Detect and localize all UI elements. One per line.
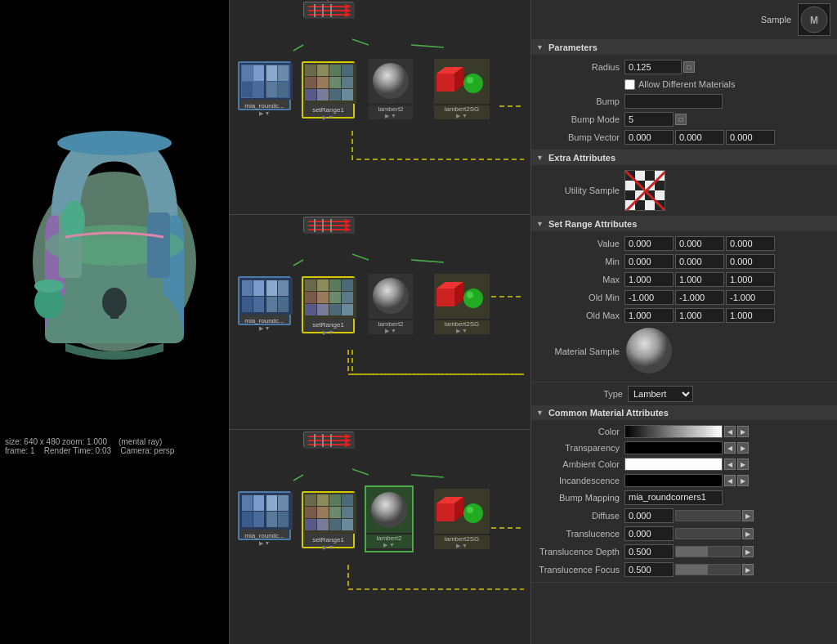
value-x-input[interactable] [624, 236, 674, 251]
svg-rect-132 [305, 519, 316, 530]
common-material-header[interactable]: ▼ Common Material Attributes [531, 405, 837, 420]
value-y-input[interactable] [675, 236, 724, 251]
translucence-depth-input[interactable] [624, 544, 674, 559]
lambert-sg-node-1-icons: ▶ ▼ [434, 113, 490, 119]
set-range-header[interactable]: ▼ Set Range Attributes [531, 217, 837, 231]
extra-attributes-section: ▼ Extra Attributes Utility Sample [531, 150, 837, 217]
parameters-section-header[interactable]: ▼ Parameters [531, 40, 837, 55]
mia-node-2-icons: ▶ ▼ [239, 325, 289, 332]
sphere-node-1[interactable]: lambert2 ▶ ▼ [369, 59, 413, 120]
incandescence-btn2[interactable]: ▶ [737, 475, 749, 486]
lambert-sg-node-2[interactable]: lambert2SG ▶ ▼ [434, 274, 490, 335]
max-x-input[interactable] [624, 272, 674, 287]
radius-btn[interactable]: □ [683, 61, 695, 73]
bump-mapping-value[interactable]: mia_roundcorners1 [624, 490, 723, 505]
translucence-depth-btn[interactable]: ▶ [742, 546, 754, 557]
color-swatch[interactable] [624, 425, 723, 438]
old-min-z-input[interactable] [726, 290, 775, 305]
material-sample-row: Material Sample [531, 324, 837, 378]
transparency-btn2[interactable]: ▶ [737, 442, 749, 454]
diffuse-slider[interactable] [675, 510, 741, 521]
transparency-swatch[interactable] [624, 441, 723, 454]
node-graph-row-1[interactable]: mia_roundc... ▶ ▼ [230, 0, 530, 215]
translucence-btn[interactable]: ▶ [742, 528, 754, 539]
material-sample-label: Material Sample [535, 347, 624, 356]
min-y-input[interactable] [675, 254, 724, 269]
3d-viewport[interactable]: size: 640 x 480 zoom: 1.000 (mental ray)… [0, 0, 229, 458]
max-y-input[interactable] [675, 272, 724, 287]
node-graph-row-2[interactable]: mia_roundc... ▶ ▼ [230, 215, 530, 430]
svg-rect-134 [329, 519, 341, 530]
bump-mode-input[interactable] [624, 112, 674, 127]
ramp-node-1[interactable] [303, 2, 354, 18]
value-inputs [624, 236, 775, 251]
sphere-node-3-highlighted[interactable]: lambert2 ▶ ▼ [365, 485, 414, 552]
old-min-y-input[interactable] [675, 290, 724, 305]
translucence-focus-slider[interactable] [675, 564, 741, 575]
bump-field[interactable] [624, 94, 723, 109]
sphere-node-2[interactable]: lambert2 ▶ ▼ [369, 274, 413, 335]
color-label: Color [535, 427, 624, 436]
old-max-x-input[interactable] [624, 308, 674, 323]
sample-icon[interactable]: M [798, 3, 830, 36]
color-row: Color ◀ ▶ [531, 423, 837, 440]
extra-attributes-header[interactable]: ▼ Extra Attributes [531, 150, 837, 165]
translucence-depth-slider[interactable] [675, 546, 741, 557]
ambient-color-swatch[interactable] [624, 458, 723, 471]
lambert-sg-node-1[interactable]: lambert2SG ▶ ▼ [434, 59, 490, 120]
lambert-sg-icon-3 [434, 489, 490, 534]
svg-rect-68 [314, 219, 316, 232]
color-btn[interactable]: ◀ [724, 426, 736, 437]
parameters-arrow-icon: ▼ [536, 43, 544, 51]
radius-input[interactable] [624, 60, 682, 74]
translucence-slider[interactable] [675, 528, 741, 539]
parameters-section-content: Radius □ Allow Different Materials Bump … [531, 55, 837, 150]
old-max-y-input[interactable] [675, 308, 724, 323]
ambient-btn[interactable]: ◀ [724, 458, 736, 470]
svg-rect-38 [305, 65, 316, 76]
sphere-icon-2 [369, 274, 413, 319]
allow-diff-checkbox[interactable] [624, 79, 635, 90]
translucence-focus-input[interactable] [624, 562, 674, 577]
ambient-btn2[interactable]: ▶ [737, 458, 749, 470]
value-z-input[interactable] [726, 236, 775, 251]
translucence-input[interactable] [624, 526, 674, 541]
translucence-focus-btn[interactable]: ▶ [742, 564, 754, 575]
incandescence-btn[interactable]: ◀ [724, 475, 736, 486]
bump-vector-x-input[interactable] [624, 130, 674, 145]
ramp-node-3[interactable] [303, 432, 354, 448]
setrange-icon-2 [303, 278, 356, 319]
setrange-node-2[interactable]: setRange1 ▶ ▼ [302, 276, 355, 333]
bump-mode-btn[interactable]: □ [675, 114, 687, 125]
bump-mapping-label: Bump Mapping [535, 493, 624, 503]
setrange-icon-1 [303, 63, 356, 104]
min-x-input[interactable] [624, 254, 674, 269]
node-graph-row-3[interactable]: mia_roundc... ▶ ▼ [230, 430, 530, 644]
mia-node-2[interactable]: mia_roundc... ▶ ▼ [238, 276, 291, 325]
min-z-input[interactable] [726, 254, 775, 269]
svg-rect-112 [322, 434, 324, 447]
ramp-node-2[interactable] [303, 217, 354, 233]
bump-vector-y-input[interactable] [675, 130, 724, 145]
radius-label: Radius [535, 62, 624, 72]
mia-node-3[interactable]: mia_roundc... ▶ ▼ [238, 491, 291, 540]
transparency-btn[interactable]: ◀ [724, 442, 736, 454]
diffuse-input[interactable] [624, 508, 674, 523]
mia-node-1[interactable]: mia_roundc... ▶ ▼ [238, 61, 291, 110]
setrange-node-1[interactable]: setRange1 ▶ ▼ [302, 61, 355, 119]
set-range-content: Value Min Max [531, 231, 837, 382]
bump-vector-z-input[interactable] [726, 130, 775, 145]
old-max-z-input[interactable] [726, 308, 775, 323]
viewport-info: size: 640 x 480 zoom: 1.000 (mental ray)… [0, 435, 229, 458]
utility-sample-thumb[interactable] [624, 170, 665, 211]
color-btn2[interactable]: ▶ [737, 426, 749, 437]
setrange-node-3[interactable]: setRange1 ▶ ▼ [302, 491, 355, 548]
incandescence-swatch[interactable] [624, 474, 723, 487]
transparency-row: Transparency ◀ ▶ [531, 440, 837, 456]
mia-node-3-label: mia_roundc... [239, 531, 289, 540]
diffuse-btn[interactable]: ▶ [742, 510, 754, 521]
lambert-sg-node-3[interactable]: lambert2SG ▶ ▼ [434, 489, 490, 550]
old-min-x-input[interactable] [624, 290, 674, 305]
type-select[interactable]: Lambert [628, 386, 693, 402]
max-z-input[interactable] [726, 272, 775, 287]
